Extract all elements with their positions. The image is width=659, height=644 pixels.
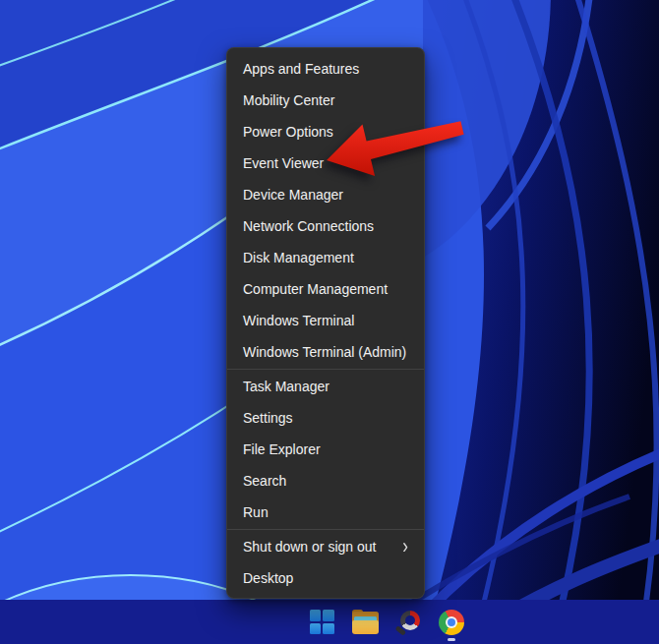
magnifier-app-icon <box>395 610 421 635</box>
menu-item-label: Computer Management <box>243 273 388 305</box>
menu-group-tools: Apps and Features Mobility Center Power … <box>227 53 424 368</box>
menu-item-label: Event Viewer <box>243 147 324 179</box>
menu-item-power-options[interactable]: Power Options <box>227 116 424 147</box>
windows-start-icon <box>310 610 334 634</box>
menu-item-label: Windows Terminal (Admin) <box>243 336 406 368</box>
winx-menu: Apps and Features Mobility Center Power … <box>226 47 425 599</box>
menu-item-label: Disk Management <box>243 242 354 273</box>
menu-item-task-manager[interactable]: Task Manager <box>227 371 424 402</box>
menu-item-label: Search <box>243 465 286 497</box>
submenu-chevron-icon: › <box>402 536 408 556</box>
menu-item-apps-and-features[interactable]: Apps and Features <box>227 53 424 85</box>
menu-item-settings[interactable]: Settings <box>227 402 424 434</box>
menu-item-event-viewer[interactable]: Event Viewer <box>227 147 424 179</box>
menu-item-label: File Explorer <box>243 434 321 465</box>
menu-item-network-connections[interactable]: Network Connections <box>227 210 424 242</box>
menu-group-session: Shut down or sign out › Desktop <box>227 531 424 594</box>
menu-item-label: Task Manager <box>243 371 330 402</box>
menu-item-label: Apps and Features <box>243 53 359 85</box>
menu-item-search[interactable]: Search <box>227 465 424 497</box>
menu-item-disk-management[interactable]: Disk Management <box>227 242 424 273</box>
magnifier-app-button[interactable] <box>392 603 424 642</box>
menu-item-device-manager[interactable]: Device Manager <box>227 179 424 210</box>
menu-item-label: Settings <box>243 402 293 434</box>
menu-item-computer-management[interactable]: Computer Management <box>227 273 424 305</box>
menu-item-label: Windows Terminal <box>243 305 354 336</box>
menu-item-label: Power Options <box>243 116 333 147</box>
menu-item-mobility-center[interactable]: Mobility Center <box>227 85 424 116</box>
menu-separator <box>227 529 424 530</box>
desktop: Apps and Features Mobility Center Power … <box>0 0 659 644</box>
menu-item-label: Mobility Center <box>243 85 334 116</box>
chrome-button[interactable] <box>436 603 467 642</box>
menu-item-label: Desktop <box>243 562 293 594</box>
menu-item-shut-down-or-sign-out[interactable]: Shut down or sign out › <box>227 531 424 562</box>
menu-item-label: Device Manager <box>243 179 343 210</box>
menu-item-file-explorer[interactable]: File Explorer <box>227 434 424 465</box>
file-explorer-button[interactable] <box>349 603 381 642</box>
menu-item-label: Network Connections <box>243 210 374 242</box>
taskbar <box>0 600 659 644</box>
taskbar-icons <box>306 600 467 644</box>
menu-item-label: Shut down or sign out <box>243 531 376 562</box>
menu-separator <box>227 369 424 370</box>
menu-item-run[interactable]: Run <box>227 497 424 528</box>
running-indicator <box>448 638 455 641</box>
menu-item-label: Run <box>243 497 269 528</box>
menu-item-windows-terminal[interactable]: Windows Terminal <box>227 305 424 336</box>
menu-item-desktop[interactable]: Desktop <box>227 562 424 594</box>
file-explorer-icon <box>352 611 379 634</box>
start-button[interactable] <box>306 603 337 642</box>
menu-item-windows-terminal-admin[interactable]: Windows Terminal (Admin) <box>227 336 424 368</box>
menu-group-system: Task Manager Settings File Explorer Sear… <box>227 371 424 528</box>
chrome-icon <box>439 610 464 635</box>
